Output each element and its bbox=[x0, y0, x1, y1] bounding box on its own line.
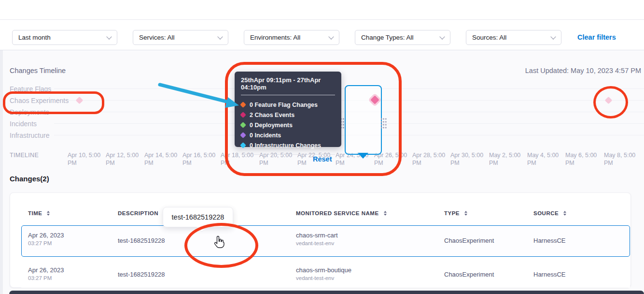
chaos-event-diamond-icon bbox=[240, 112, 246, 118]
chevron-down-icon bbox=[328, 34, 334, 39]
description-tooltip: test-1682519228 bbox=[163, 207, 233, 227]
chevron-down-icon bbox=[217, 34, 223, 39]
legend-incidents: 0 Incidents bbox=[241, 130, 335, 140]
time-range-value: Last month bbox=[18, 34, 51, 41]
page-header bbox=[0, 0, 644, 20]
annotation-arrow bbox=[157, 81, 246, 111]
changes-timeline-title: Changes Timeline bbox=[10, 67, 66, 74]
infrastructure-diamond-icon bbox=[240, 142, 246, 148]
row1-description: test-1682519228 bbox=[118, 237, 165, 244]
services-dropdown[interactable]: Services: All bbox=[133, 30, 228, 45]
axis-tick: Apr 10, 5:00 bbox=[68, 152, 100, 159]
axis-tick: Apr 20, 5:00 bbox=[259, 152, 292, 159]
axis-tick: Apr 28, 5:00 bbox=[412, 152, 445, 159]
sources-dropdown[interactable]: Sources: All bbox=[466, 30, 561, 45]
row1-service: chaos-srm-cart bbox=[296, 232, 338, 239]
services-value: Services: All bbox=[139, 34, 175, 41]
time-range-dropdown[interactable]: Last month bbox=[12, 30, 117, 45]
sources-value: Sources: All bbox=[472, 34, 506, 41]
deployment-diamond-icon bbox=[240, 122, 246, 128]
axis-tick: May 2, 5:00 bbox=[489, 152, 520, 159]
timeline-axis-label: TIMELINE bbox=[10, 152, 39, 159]
last-updated-text: Last Updated: May 10, 2023 4:57 PM bbox=[525, 67, 641, 74]
brush-right-handle[interactable] bbox=[380, 118, 387, 129]
annotation-circle-right-marker bbox=[593, 86, 628, 118]
row1-date: Apr 26, 2023 bbox=[28, 232, 64, 239]
row2-time: 03:27 PM bbox=[28, 275, 52, 281]
row2-service: chaos-srm-boutique bbox=[296, 266, 351, 274]
column-header-source[interactable]: SOURCE bbox=[533, 210, 566, 216]
category-feature-flags: Feature Flags bbox=[10, 85, 51, 93]
brush-caret-icon bbox=[358, 153, 368, 159]
category-infrastructure: Infrastructure bbox=[10, 132, 49, 139]
column-header-description[interactable]: DESCRIPTION bbox=[118, 210, 166, 216]
row1-source: HarnessCE bbox=[533, 237, 565, 244]
axis-tick: Apr 12, 5:00 bbox=[106, 152, 139, 159]
axis-tick: May 4, 5:00 bbox=[527, 152, 559, 159]
chevron-down-icon bbox=[106, 34, 112, 39]
environments-value: Environments: All bbox=[250, 34, 300, 41]
row1-time: 03:27 PM bbox=[28, 240, 52, 246]
row2-description: test-1682519228 bbox=[118, 271, 165, 278]
column-header-time[interactable]: TIME bbox=[28, 210, 50, 216]
timeline-brush-selection[interactable] bbox=[345, 85, 382, 155]
axis-tick: Apr 30, 5:00 bbox=[450, 152, 483, 159]
legend-infrastructure: 0 Infrastructure Changes bbox=[241, 140, 335, 150]
sort-icon[interactable] bbox=[563, 211, 566, 216]
timeline-hover-tooltip: 25thApr 09:11pm - 27thApr 04:10pm 0 Feat… bbox=[235, 72, 341, 147]
chaos-event-marker-faded[interactable] bbox=[76, 97, 84, 104]
sort-icon[interactable] bbox=[464, 211, 467, 216]
axis-tick: May 6, 5:00 bbox=[565, 152, 597, 159]
axis-tick: May 8, 5:00 bbox=[604, 152, 635, 159]
chevron-down-icon bbox=[439, 34, 445, 39]
incident-diamond-icon bbox=[240, 132, 246, 138]
sort-icon[interactable] bbox=[384, 211, 387, 216]
row1-environment: vedant-test-env bbox=[296, 240, 334, 246]
chevron-down-icon bbox=[550, 34, 556, 39]
axis-tick: Apr 18, 5:00 bbox=[221, 152, 253, 159]
axis-tick: Apr 14, 5:00 bbox=[144, 152, 177, 159]
changes-count-heading: Changes(2) bbox=[10, 175, 49, 183]
legend-deployments: 0 Deployments bbox=[241, 120, 335, 130]
category-deployments: Deployments bbox=[10, 108, 49, 116]
column-header-monitored-service[interactable]: MONITORED SERVICE NAME bbox=[296, 210, 387, 216]
axis-tick: Apr 16, 5:00 bbox=[182, 152, 215, 159]
legend-feature-flags: 0 Feature Flag Changes bbox=[241, 100, 335, 110]
change-types-dropdown[interactable]: Change Types: All bbox=[355, 30, 450, 45]
category-incidents: Incidents bbox=[10, 120, 37, 128]
change-types-value: Change Types: All bbox=[361, 34, 414, 41]
tooltip-date-range: 25thApr 09:11pm - 27thApr 04:10pm bbox=[241, 76, 335, 91]
clear-filters-button[interactable]: Clear filters bbox=[577, 33, 616, 41]
feature-flag-diamond-icon bbox=[240, 102, 246, 108]
divider bbox=[241, 95, 335, 95]
row2-source: HarnessCE bbox=[533, 271, 565, 278]
category-chaos-experiments: Chaos Experiments bbox=[10, 97, 69, 104]
divider bbox=[241, 154, 335, 155]
reset-button[interactable]: Reset bbox=[313, 155, 332, 163]
sort-icon[interactable] bbox=[47, 211, 50, 216]
bottom-panel-edge bbox=[9, 291, 644, 294]
legend-chaos-events: 2 Chaos Events bbox=[241, 110, 335, 120]
environments-dropdown[interactable]: Environments: All bbox=[244, 30, 339, 45]
row1-type: ChaosExperiment bbox=[444, 237, 494, 244]
chaos-event-marker-faded[interactable] bbox=[605, 97, 613, 104]
row2-type: ChaosExperiment bbox=[444, 271, 494, 278]
column-header-type[interactable]: TYPE bbox=[444, 210, 467, 216]
row2-environment: vedant-test-env bbox=[296, 275, 334, 281]
row2-date: Apr 26, 2023 bbox=[28, 266, 64, 274]
